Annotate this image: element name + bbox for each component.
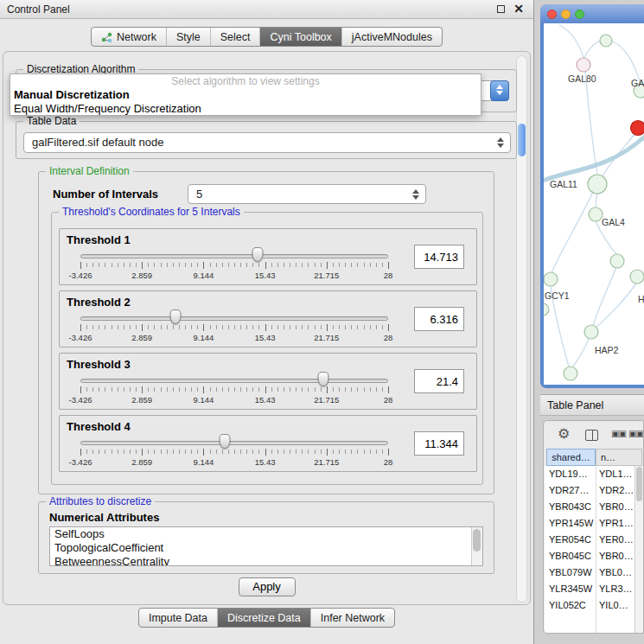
threshold-4-value-input[interactable] — [414, 431, 464, 456]
column-header-shared-name[interactable]: shared… — [546, 449, 596, 466]
slider-track[interactable] — [80, 441, 388, 445]
scale-label: 15.43 — [255, 457, 276, 467]
zoom-button[interactable] — [575, 10, 584, 19]
slider-ticks — [80, 450, 388, 454]
threshold-4-panel: Threshold 4 -3.426 2.859 9.144 15.43 — [59, 415, 477, 472]
network-node[interactable] — [610, 254, 624, 268]
stepper-icon[interactable] — [412, 189, 419, 200]
scale-label: 2.859 — [131, 457, 152, 467]
select-columns-icon[interactable]: ▣▣ — [611, 429, 626, 438]
gear-icon[interactable]: ⚙ — [558, 425, 570, 442]
table-body: YDL19… YDL1… YDR27… YDR2… YBR043C YBR0… … — [545, 466, 634, 633]
table-data-value: galFiltered.sif default node — [24, 133, 510, 151]
numerical-attributes-label: Numerical Attributes — [49, 511, 159, 524]
slider-major-tick — [203, 449, 204, 456]
table-data-group: Table Data galFiltered.sif default node — [16, 121, 517, 159]
table-row[interactable]: YER054C YER0… — [545, 532, 634, 548]
select-rows-icon[interactable]: ▣▣ — [628, 429, 643, 438]
table-scrollbar-thumb[interactable] — [636, 467, 642, 501]
threshold-2-slider[interactable]: -3.426 2.859 9.144 15.43 21.715 28 — [80, 291, 388, 348]
scale-label: 15.43 — [255, 333, 276, 342]
network-node[interactable] — [589, 207, 603, 221]
slider-major-tick — [80, 262, 81, 269]
threshold-1-value-input[interactable] — [414, 245, 464, 269]
slider-track[interactable] — [80, 379, 388, 383]
panel-scrollbar[interactable] — [516, 55, 527, 603]
slider-track[interactable] — [80, 316, 388, 321]
network-node[interactable] — [564, 367, 577, 380]
list-item[interactable]: BetweennessCentrality — [50, 555, 482, 566]
scale-label: 28 — [384, 457, 393, 467]
threshold-1-slider-thumb[interactable] — [252, 247, 264, 262]
tab-infer-network[interactable]: Infer Network — [310, 609, 394, 627]
slider-major-tick — [80, 449, 81, 456]
tab-cyni-toolbox[interactable]: Cyni Toolbox — [259, 28, 341, 46]
tab-style[interactable]: Style — [166, 28, 210, 46]
slider-major-tick — [327, 262, 328, 269]
attributes-list[interactable]: SelfLoops TopologicalCoefficient Between… — [49, 526, 483, 566]
dropdown-option-manual[interactable]: Manual Discretization — [10, 88, 481, 102]
node-label: GAL11 — [550, 179, 577, 189]
threshold-2-slider-thumb[interactable] — [170, 309, 182, 324]
network-node[interactable] — [577, 58, 590, 72]
network-node[interactable] — [544, 303, 549, 316]
threshold-3-slider[interactable]: -3.426 2.859 9.144 15.43 21.715 28 — [80, 354, 388, 411]
num-intervals-combobox[interactable]: 5 — [188, 184, 426, 204]
panel-scrollbar-thumb[interactable] — [518, 124, 526, 156]
table-data-combobox[interactable]: galFiltered.sif default node — [23, 132, 511, 153]
table-row[interactable]: YBR045C YBR0… — [545, 548, 634, 564]
table-row[interactable]: YLR345W YLR3… — [545, 581, 634, 597]
columns-icon[interactable] — [585, 430, 598, 441]
list-item[interactable]: TopologicalCoefficient — [50, 541, 482, 555]
threshold-4-slider[interactable]: -3.426 2.859 9.144 15.43 21.715 28 — [80, 416, 388, 473]
scale-label: 28 — [384, 271, 393, 280]
table-row[interactable]: YBR043C YBR0… — [545, 499, 634, 515]
scale-label: -3.426 — [69, 271, 92, 280]
network-node-selected[interactable] — [631, 121, 644, 136]
float-window-icon[interactable] — [497, 5, 505, 13]
list-scrollbar[interactable] — [471, 527, 482, 565]
threshold-3-slider-thumb[interactable] — [318, 372, 329, 386]
threshold-3-value-input[interactable] — [414, 369, 464, 393]
close-button[interactable] — [547, 10, 557, 19]
threshold-4-slider-thumb[interactable] — [220, 434, 231, 449]
network-node[interactable] — [630, 270, 644, 284]
slider-track[interactable] — [80, 254, 388, 258]
table-row[interactable]: YDR27… YDR2… — [545, 482, 634, 499]
table-row[interactable]: YIL052C YIL0… — [545, 597, 634, 614]
network-node[interactable] — [588, 175, 607, 194]
network-graph: GAL80 GA GAL11 GAL4 GCY1 HAP2 H — [544, 23, 644, 385]
network-icon — [101, 32, 112, 42]
table-data-group-title: Table Data — [23, 115, 80, 127]
tab-network[interactable]: Network — [92, 28, 166, 46]
table-row[interactable]: YDL19… YDL1… — [545, 466, 634, 482]
slider-major-tick — [265, 449, 266, 456]
dropdown-option-equal-width[interactable]: Equal Width/Frequency Discretization — [10, 102, 481, 116]
node-label: H — [638, 294, 644, 304]
window-title: Control Panel — [7, 0, 70, 19]
combobox-arrows-button[interactable] — [490, 80, 509, 101]
list-scrollbar-thumb[interactable] — [473, 529, 481, 552]
network-node[interactable] — [600, 35, 612, 47]
table-toolbar: ⚙ ▣▣ ▣▣ — [544, 421, 643, 449]
threshold-1-slider[interactable]: -3.426 2.859 9.144 15.43 21.715 28 — [80, 229, 388, 286]
column-header-name[interactable]: n… — [596, 449, 642, 466]
network-node[interactable] — [544, 272, 558, 286]
network-canvas[interactable]: GAL80 GA GAL11 GAL4 GCY1 HAP2 H — [544, 23, 644, 385]
tab-jactivemnodules[interactable]: jActiveMNodules — [341, 28, 442, 46]
network-node[interactable] — [584, 325, 598, 339]
table-row[interactable]: YBL079W YBL0… — [545, 564, 634, 581]
list-item[interactable]: SelfLoops — [50, 527, 482, 541]
attributes-group: Attributes to discretize Numerical Attri… — [38, 501, 494, 574]
minimize-button[interactable] — [561, 10, 571, 19]
threshold-2-value-input[interactable] — [414, 307, 464, 331]
tab-discretize-data[interactable]: Discretize Data — [217, 609, 310, 627]
table-scrollbar[interactable] — [634, 466, 643, 633]
tab-select[interactable]: Select — [210, 28, 260, 46]
apply-button[interactable]: Apply — [239, 577, 296, 596]
tab-impute-data[interactable]: Impute Data — [139, 609, 217, 627]
close-icon[interactable]: ✕ — [513, 2, 524, 16]
slider-major-tick — [265, 386, 266, 393]
stepper-icon[interactable] — [497, 137, 504, 148]
table-row[interactable]: YPR145W YPR1… — [545, 515, 634, 532]
